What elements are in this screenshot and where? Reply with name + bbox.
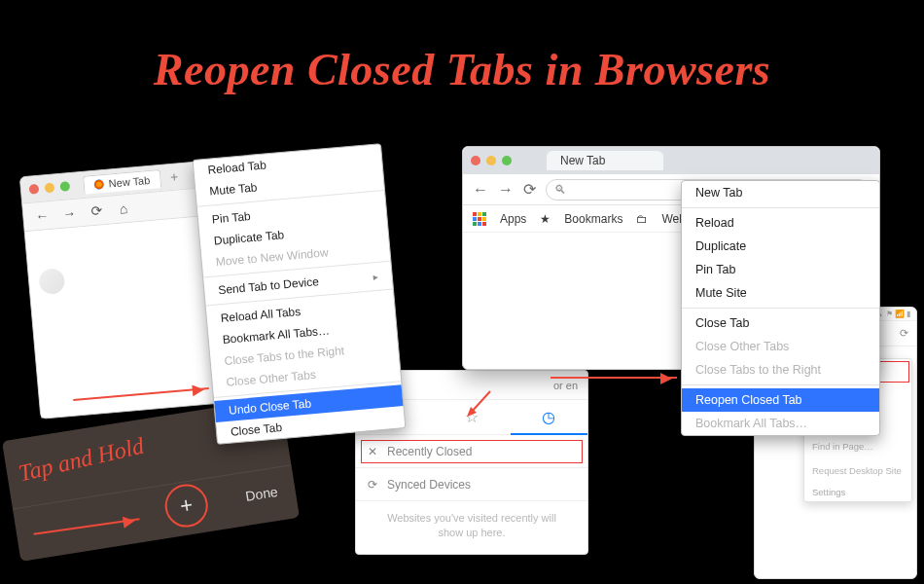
menu-separator [682,308,879,309]
synced-devices-label: Synced Devices [387,478,471,492]
menu-separator [682,384,879,385]
safari-header-hint: or en [553,380,578,391]
chrome-tabstrip: New Tab [463,147,879,174]
menu-separator [682,207,879,208]
menu-reload[interactable]: Reload [682,211,879,235]
reload-icon[interactable]: ⟳ [523,180,536,199]
menu-close-other: Close Other Tabs [682,335,879,358]
firefox-tab[interactable]: New Tab [83,168,161,194]
chrome-tab[interactable]: New Tab [547,151,663,170]
window-minimize-icon[interactable] [44,183,54,194]
recently-closed-row[interactable]: ✕ Recently Closed [356,435,587,468]
recently-closed-label: Recently Closed [387,445,472,458]
window-close-icon[interactable] [29,184,40,195]
forward-icon[interactable]: → [60,205,79,223]
firefox-logo-icon [38,268,65,295]
highlight-arrow-icon [551,377,677,379]
window-close-icon[interactable] [471,156,480,165]
done-button[interactable]: Done [244,483,279,503]
new-tab-plus-icon[interactable]: + [169,168,179,185]
menu-reopen-closed-tab[interactable]: Reopen Closed Tab [682,388,879,412]
window-zoom-icon[interactable] [59,181,70,192]
apps-label[interactable]: Apps [500,212,526,226]
menu-close-tab[interactable]: Close Tab [682,311,879,335]
home-icon[interactable]: ⌂ [114,201,132,218]
menu-new-tab[interactable]: New Tab [682,181,879,204]
firefox-context-menu: Reload Tab Mute Tab Pin Tab Duplicate Ta… [193,143,407,445]
folder-icon: 🗀 [636,212,648,226]
star-icon: ★ [540,212,551,226]
firefox-favicon-icon [93,179,104,190]
menu-mute-site[interactable]: Mute Site [682,281,879,305]
synced-devices-row[interactable]: ⟳ Synced Devices [356,468,587,501]
history-clock-icon[interactable]: ◷ [511,400,587,435]
menu-bookmark-all: Bookmark All Tabs… [682,412,879,435]
close-x-icon: ✕ [368,445,377,458]
menu-request-desktop[interactable]: Request Desktop Site [804,458,911,483]
highlight-arrow-icon [463,387,494,419]
window-zoom-icon[interactable] [502,156,512,165]
reload-icon[interactable]: ⟳ [900,327,908,340]
svg-line-0 [471,391,490,413]
bookmarks-label[interactable]: Bookmarks [564,212,622,226]
back-icon[interactable]: ← [473,181,488,199]
window-minimize-icon[interactable] [486,156,496,165]
menu-find-in-page[interactable]: Find in Page… [804,434,911,458]
forward-icon[interactable]: → [498,181,514,199]
menu-pin-tab[interactable]: Pin Tab [682,258,879,281]
reload-icon[interactable]: ⟳ [88,202,106,220]
apps-grid-icon[interactable] [473,212,486,226]
menu-close-right: Close Tabs to the Right [682,358,879,382]
back-icon[interactable]: ← [33,207,52,225]
firefox-tab-label: New Tab [108,173,150,189]
chrome-context-menu: New Tab Reload Duplicate Pin Tab Mute Si… [681,180,880,436]
sync-icon: ⟳ [368,478,377,492]
search-icon: 🔍︎ [554,183,566,197]
page-title: Reopen Closed Tabs in Browsers [0,44,924,95]
menu-duplicate[interactable]: Duplicate [682,235,879,258]
menu-settings[interactable]: Settings [804,483,911,501]
empty-history-message: Websites you've visited recently will sh… [356,501,587,550]
